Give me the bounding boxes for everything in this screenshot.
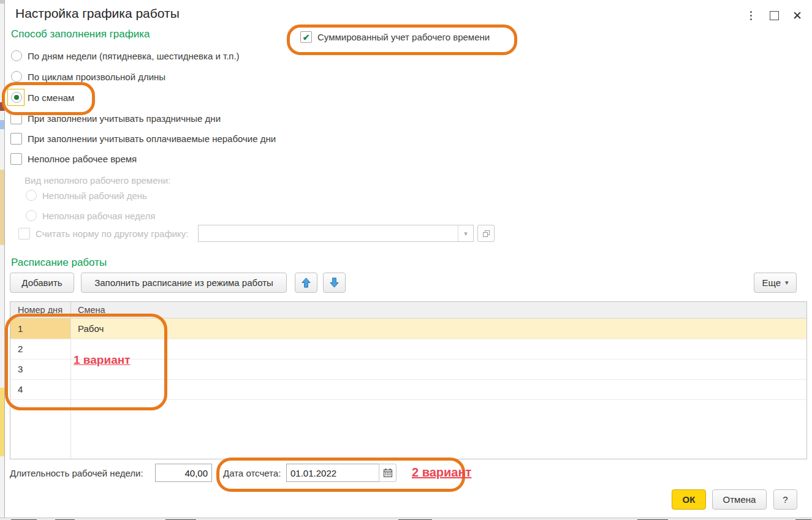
checkbox-label: Неполное рабочее время xyxy=(28,154,137,164)
checkbox-other-schedule[interactable]: Считать норму по другому графику: xyxy=(18,228,189,239)
cell-day: 3 xyxy=(18,359,23,379)
start-date-field[interactable] xyxy=(286,464,379,482)
maximize-icon[interactable] xyxy=(766,8,782,23)
annotation-text-variant-2: 2 вариант xyxy=(412,465,471,480)
column-header-shift: Смена xyxy=(78,302,105,318)
cell-day: 4 xyxy=(18,379,23,399)
column-divider xyxy=(70,302,71,318)
week-length-field[interactable] xyxy=(155,464,212,482)
more-button[interactable]: Еще ▾ xyxy=(754,273,797,293)
column-header-day: Номер дня xyxy=(18,302,63,318)
checkbox-icon xyxy=(10,113,22,124)
checkbox-part-time[interactable]: Неполное рабочее время xyxy=(10,153,137,165)
radio-by-cycles[interactable]: По циклам произвольной длины xyxy=(11,71,165,82)
background-window-left-edge xyxy=(0,0,5,520)
fill-from-mode-button[interactable]: Заполнить расписание из режима работы xyxy=(81,273,287,293)
open-choice-button[interactable] xyxy=(477,225,495,242)
background-window-bottom-edge xyxy=(0,518,812,520)
radio-by-shifts[interactable]: По сменам xyxy=(11,92,74,103)
cell-shift: Рабоч xyxy=(78,318,104,339)
arrow-up-icon xyxy=(300,277,312,288)
background-fragment xyxy=(0,388,4,456)
section-heading-schedule: Расписание работы xyxy=(11,257,107,269)
ok-button[interactable]: ОК xyxy=(672,489,706,510)
menu-kebab-icon[interactable] xyxy=(743,8,759,23)
checkbox-paid-nonworking[interactable]: При заполнении учитывать оплачиваемые не… xyxy=(10,133,276,145)
table-row[interactable]: 2 xyxy=(10,339,806,360)
table-row[interactable]: 1 Рабоч xyxy=(10,318,806,339)
chevron-down-icon: ▾ xyxy=(785,279,789,287)
arrow-down-icon xyxy=(328,277,340,288)
checkbox-icon xyxy=(10,133,22,145)
radio-icon xyxy=(26,210,37,221)
other-schedule-field[interactable]: ▾ xyxy=(198,225,474,242)
checkbox-icon xyxy=(10,153,22,165)
checkbox-summed-time[interactable]: ✔ Суммированный учет рабочего времени xyxy=(300,31,490,43)
calendar-icon xyxy=(383,468,393,478)
background-fragment xyxy=(0,102,4,111)
radio-by-weekdays[interactable]: По дням недели (пятидневка, шестидневка … xyxy=(11,50,240,61)
overlapping-squares-icon xyxy=(482,230,490,238)
move-up-button[interactable] xyxy=(295,273,317,293)
move-down-button[interactable] xyxy=(323,273,346,293)
table-row[interactable]: 4 xyxy=(10,379,806,400)
table-header: Номер дня Смена xyxy=(10,302,806,318)
column-divider xyxy=(70,318,71,459)
calendar-button[interactable] xyxy=(379,464,397,482)
radio-label: Неполная рабочая неделя xyxy=(42,211,155,221)
checkbox-checked-icon: ✔ xyxy=(300,31,312,43)
radio-label: По дням недели (пятидневка, шестидневка … xyxy=(28,51,240,61)
cell-day: 1 xyxy=(18,318,23,339)
section-heading-fill-method: Способ заполнения графика xyxy=(11,28,150,40)
checkbox-label: Считать норму по другому графику: xyxy=(36,228,189,239)
checkbox-holidays[interactable]: При заполнении учитывать праздничные дни xyxy=(10,113,221,124)
cell-day: 2 xyxy=(18,339,23,359)
radio-icon xyxy=(11,50,22,61)
background-fragment xyxy=(0,170,4,245)
checkbox-label: При заполнении учитывать праздничные дни xyxy=(28,113,221,124)
dialog-title: Настройка графика работы xyxy=(15,6,180,21)
start-date-label: Дата отсчета: xyxy=(223,468,281,478)
radio-label: По сменам xyxy=(28,92,74,103)
schedule-table[interactable]: Номер дня Смена 1 Рабоч 2 3 4 xyxy=(10,301,807,459)
table-row[interactable]: 3 xyxy=(10,359,806,380)
radio-icon xyxy=(11,71,22,82)
cancel-button[interactable]: Отмена xyxy=(712,489,767,510)
close-icon[interactable]: ✕ xyxy=(789,8,805,23)
checkbox-label: Суммированный учет рабочего времени xyxy=(317,32,490,42)
radio-label: Неполный рабочий день xyxy=(42,190,147,201)
add-button[interactable]: Добавить xyxy=(10,273,74,293)
week-length-label: Длительность рабочей недели: xyxy=(10,468,143,478)
background-fragment xyxy=(0,120,4,129)
part-time-kind-label: Вид неполного рабочего времени: xyxy=(25,175,170,186)
help-button[interactable]: ? xyxy=(773,489,797,510)
checkbox-label: При заполнении учитывать оплачиваемые не… xyxy=(28,134,276,144)
radio-selected-icon xyxy=(11,92,22,103)
radio-label: По циклам произвольной длины xyxy=(28,72,165,82)
radio-part-day[interactable]: Неполный рабочий день xyxy=(26,190,147,201)
chevron-down-icon[interactable]: ▾ xyxy=(458,225,473,241)
background-fragment xyxy=(0,0,4,4)
checkbox-icon xyxy=(18,228,30,239)
radio-icon xyxy=(26,190,37,201)
radio-part-week[interactable]: Неполная рабочая неделя xyxy=(26,210,155,221)
